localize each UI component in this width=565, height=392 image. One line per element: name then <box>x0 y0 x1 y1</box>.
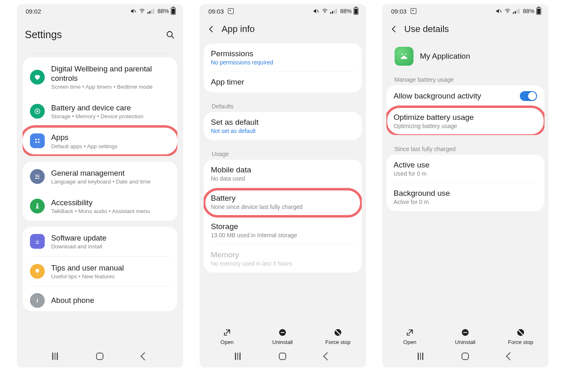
battery-percent: 88% <box>523 8 534 14</box>
svg-rect-21 <box>36 243 39 243</box>
uninstall-action[interactable]: Uninstall <box>266 328 299 345</box>
nav-bar <box>200 347 366 367</box>
allow-background-toggle[interactable] <box>520 91 537 101</box>
item-label: Mobile data <box>211 165 354 174</box>
force-stop-action[interactable]: Force stop <box>322 328 354 345</box>
wifi-icon <box>504 8 511 14</box>
nav-back[interactable] <box>140 352 149 360</box>
action-label: Uninstall <box>455 339 475 345</box>
set-default-item[interactable]: Set as default Not set as default <box>204 112 362 140</box>
optimize-battery-item[interactable]: Optimize battery usage Optimizing batter… <box>386 107 544 135</box>
allow-background-item[interactable]: Allow background activity <box>386 85 544 107</box>
app-header: My Application <box>386 44 544 71</box>
mute-icon <box>496 8 502 14</box>
svg-line-7 <box>171 36 174 38</box>
svg-point-22 <box>37 298 37 299</box>
svg-point-10 <box>35 139 37 140</box>
item-label: Background use <box>394 189 537 198</box>
svg-rect-26 <box>330 12 331 14</box>
nav-back[interactable] <box>506 352 514 360</box>
back-icon[interactable] <box>207 25 216 34</box>
svg-line-42 <box>402 54 402 55</box>
battery-item[interactable]: Battery None since device last fully cha… <box>204 188 362 216</box>
storage-item[interactable]: Storage 13.00 MB used in Internal storag… <box>204 216 362 244</box>
item-label: Accessibility <box>51 198 170 207</box>
nav-home[interactable] <box>279 353 286 360</box>
nav-bar <box>382 347 549 367</box>
svg-point-40 <box>402 56 402 57</box>
status-bar: 09:03 88% <box>200 4 366 16</box>
force-stop-action[interactable]: Force stop <box>504 328 537 345</box>
nav-recent[interactable] <box>418 353 423 360</box>
svg-point-20 <box>37 203 38 205</box>
nav-home[interactable] <box>96 353 103 360</box>
svg-rect-4 <box>151 10 152 14</box>
person-icon <box>30 199 45 213</box>
search-icon[interactable] <box>166 30 175 39</box>
battery-percent: 88% <box>340 8 351 14</box>
memory-item[interactable]: Memory No memory used in last 3 hours <box>204 245 362 273</box>
force-stop-icon <box>516 328 525 337</box>
svg-rect-29 <box>336 9 337 14</box>
background-use-item[interactable]: Background use Active for 0 m <box>386 183 544 211</box>
battery-icon <box>354 7 358 15</box>
defaults-header: Defaults <box>204 98 362 112</box>
status-icons: 88% <box>496 7 541 15</box>
svg-rect-45 <box>463 332 467 333</box>
usage-header: Usage <box>204 146 362 160</box>
nav-back[interactable] <box>323 352 331 360</box>
settings-item-software-update[interactable]: Software update Download and install <box>23 227 177 256</box>
svg-rect-38 <box>517 10 518 14</box>
uninstall-icon <box>278 328 287 337</box>
svg-rect-39 <box>519 9 520 14</box>
screenshot-icon <box>228 8 234 14</box>
item-sub: Optimizing battery usage <box>394 123 537 129</box>
signal-icon <box>330 8 338 14</box>
settings-item-battery-care[interactable]: Battery and device care Storage • Memory… <box>23 96 177 126</box>
active-use-item[interactable]: Active use Used for 0 m <box>386 155 544 183</box>
app-timer-item[interactable]: App timer <box>204 72 362 92</box>
item-label: Optimize battery usage <box>394 113 537 122</box>
open-action[interactable]: Open <box>211 328 243 345</box>
status-icons: 88% <box>313 7 358 15</box>
item-sub: TalkBack • Mono audio • Assistant menu <box>51 208 170 214</box>
action-label: Open <box>220 339 234 345</box>
svg-point-6 <box>167 31 172 37</box>
settings-item-apps[interactable]: Apps Default apps • App settings <box>23 126 177 156</box>
page-title: App info <box>222 24 358 34</box>
use-details-list: My Application Manage battery usage Allo… <box>382 44 549 326</box>
settings-item-general[interactable]: General management Language and keyboard… <box>23 162 177 191</box>
settings-item-accessibility[interactable]: Accessibility TalkBack • Mono audio • As… <box>23 191 177 221</box>
svg-rect-3 <box>149 11 151 14</box>
settings-item-about[interactable]: About phone <box>23 287 177 311</box>
nav-home[interactable] <box>462 353 469 360</box>
status-icons: 88% <box>130 7 175 15</box>
wifi-icon <box>138 8 146 14</box>
svg-rect-28 <box>334 10 335 14</box>
uninstall-action[interactable]: Uninstall <box>449 328 482 345</box>
mobile-data-item[interactable]: Mobile data No data used <box>204 160 362 188</box>
svg-point-1 <box>142 12 143 13</box>
permissions-item[interactable]: Permissions No permissions required <box>204 44 362 71</box>
item-sub: Default apps • App settings <box>51 143 170 149</box>
back-icon[interactable] <box>390 25 399 34</box>
settings-item-wellbeing[interactable]: Digital Wellbeing and parental controls … <box>23 57 177 96</box>
item-label: Memory <box>211 250 354 259</box>
svg-point-35 <box>508 12 508 13</box>
uninstall-icon <box>461 328 470 337</box>
item-label: Permissions <box>211 49 354 58</box>
item-sub: 13.00 MB used in Internal storage <box>211 232 354 238</box>
nav-recent[interactable] <box>52 353 58 360</box>
settings-item-tips[interactable]: Tips and user manual Useful tips • New f… <box>23 257 177 286</box>
item-label: Software update <box>51 233 170 243</box>
svg-point-19 <box>35 178 37 179</box>
svg-line-0 <box>134 10 136 13</box>
page-title: Use details <box>404 24 541 34</box>
open-action[interactable]: Open <box>393 328 426 345</box>
use-details-header: Use details <box>382 16 549 44</box>
nav-recent[interactable] <box>235 353 241 360</box>
screenshot-icon <box>411 8 416 14</box>
status-time: 09:03 <box>391 8 407 15</box>
item-sub: Language and keyboard • Date and time <box>51 179 170 185</box>
svg-point-9 <box>36 110 38 112</box>
